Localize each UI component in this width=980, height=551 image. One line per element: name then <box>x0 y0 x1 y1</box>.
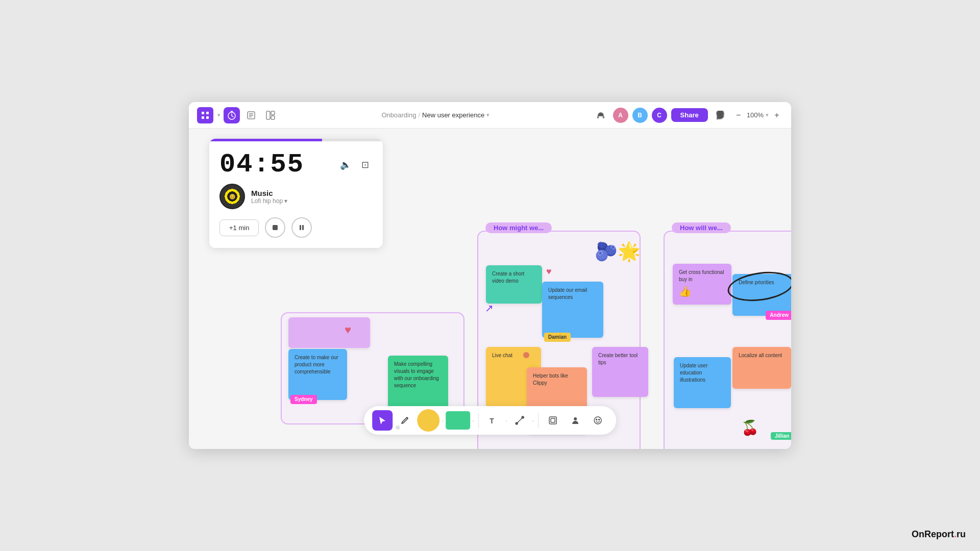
svg-rect-15 <box>273 225 278 230</box>
breadcrumb-dropdown-arrow[interactable]: ▾ <box>486 112 489 118</box>
breadcrumb-part2[interactable]: New user experience <box>422 111 484 119</box>
sticky-salmon-localize-text: Localize all content <box>739 353 782 358</box>
top-bar: ▾ Onboarding / New user experience ▾ A B… <box>189 102 791 129</box>
zoom-controls: − 100% ▾ + <box>732 109 783 121</box>
svg-text:T: T <box>489 417 494 425</box>
svg-point-23 <box>574 417 577 420</box>
grid-menu-button[interactable] <box>197 107 213 123</box>
frame-tool-button[interactable] <box>543 410 563 431</box>
music-genre[interactable]: Lofi hip hop ▾ <box>251 197 373 205</box>
share-button[interactable]: Share <box>671 108 708 122</box>
avatar-2: B <box>632 108 648 123</box>
text-tool-button[interactable]: T <box>483 410 503 431</box>
main-window: ▾ Onboarding / New user experience ▾ A B… <box>189 102 791 449</box>
music-genre-arrow: ▾ <box>284 197 287 205</box>
timer-stop-button[interactable] <box>265 217 285 238</box>
zoom-dropdown-arrow[interactable]: ▾ <box>766 112 769 118</box>
toolbar-separator-2 <box>538 413 538 428</box>
sticker-blueberries: 🫐🌟 <box>595 241 641 262</box>
sticky-purple-crossfunc[interactable]: Get cross functional buy in 👍 <box>673 264 731 305</box>
zoom-in-button[interactable]: + <box>771 109 783 121</box>
andrew-label: Andrew <box>766 311 791 320</box>
thumbs-up-decoration: 👍 <box>679 284 725 298</box>
person-tool-button[interactable] <box>565 410 585 431</box>
canvas-area[interactable]: 04:55 🔈 ⊡ 😊 Music Lofi hip hop ▾ <box>189 129 791 449</box>
breadcrumb-separator: / <box>418 111 420 119</box>
pen-tool-button[interactable] <box>395 410 415 431</box>
toolbar-dot-sep4: · <box>532 416 534 424</box>
sticky-blue-email-text: Update our email sequences <box>548 287 587 300</box>
sticky-blue-email[interactable]: Update our email sequences Damian <box>542 282 603 338</box>
svg-point-26 <box>598 419 599 420</box>
chat-icon-button[interactable] <box>712 107 728 123</box>
svg-rect-14 <box>602 115 604 118</box>
sticky-blue-priorities[interactable]: Define priorities Andrew <box>732 274 791 316</box>
onreport-watermark: OnReport.ru <box>912 529 966 540</box>
svg-point-19 <box>516 422 518 424</box>
sticky-salmon-localize[interactable]: Localize all content <box>732 347 791 389</box>
svg-rect-21 <box>549 417 556 424</box>
svg-rect-12 <box>271 116 275 119</box>
shape-circle-button[interactable] <box>417 409 439 432</box>
shape-rect-button[interactable] <box>446 411 470 430</box>
group-label-1: How might we... <box>485 222 552 233</box>
svg-rect-5 <box>231 111 233 112</box>
timer-pause-button[interactable] <box>291 217 312 238</box>
sticker-cherries: 🍒 <box>741 419 759 436</box>
timer-icon-button[interactable] <box>224 107 240 123</box>
sticky-purple-tooltips[interactable]: Create better tool tips <box>592 347 648 397</box>
add-minute-button[interactable]: +1 min <box>219 219 259 236</box>
svg-rect-0 <box>202 112 204 114</box>
reactions-tool-button[interactable] <box>587 410 608 431</box>
sticky-purple-crossfunc-text: Get cross functional buy in <box>679 269 724 282</box>
damian-label: Damian <box>544 333 571 342</box>
toolbar-dot-sep2: · <box>472 416 474 424</box>
sticky-teal-video[interactable]: Create a short video demo <box>486 265 542 304</box>
breadcrumb-part1: Onboarding <box>381 111 416 119</box>
music-title: Music <box>251 189 373 197</box>
toolbar-separator-1 <box>478 413 479 428</box>
svg-point-24 <box>594 417 601 424</box>
timer-volume-button[interactable]: 🔈 <box>338 157 353 172</box>
sticky-yellow-chat-text: Live chat <box>492 353 512 358</box>
svg-rect-2 <box>202 116 204 119</box>
svg-rect-1 <box>206 112 209 114</box>
headphone-icon-button[interactable] <box>593 107 609 123</box>
bottom-toolbar: · · T · · <box>364 406 616 435</box>
svg-rect-11 <box>271 111 275 115</box>
timer-expand-button[interactable]: ⊡ <box>357 157 373 172</box>
group-label-2: How will we... <box>672 222 731 233</box>
svg-rect-13 <box>597 115 599 118</box>
connector-tool-button[interactable] <box>509 410 530 431</box>
sticky-purple-tooltips-text: Create better tool tips <box>598 353 638 365</box>
svg-point-25 <box>596 419 597 420</box>
zoom-out-button[interactable]: − <box>732 109 745 121</box>
timer-display: 04:55 <box>219 149 304 180</box>
sticky-blue-education[interactable]: Update user education illustrations <box>674 357 731 408</box>
notes-icon-button[interactable] <box>243 107 259 123</box>
sticky-salmon-bots-text: Helper bots like Clippy <box>533 373 568 386</box>
svg-rect-17 <box>302 225 304 230</box>
sticky-blue-education-text: Update user education illustrations <box>680 363 707 383</box>
cursor-sticker: ↗ <box>485 302 494 314</box>
svg-rect-22 <box>551 418 555 422</box>
orange-dot <box>523 352 529 358</box>
sticky-cyan-product-text: Create to make our product more comprehe… <box>295 355 338 374</box>
toolbar-dot-sep3: · <box>505 416 507 424</box>
layout-icon-button[interactable] <box>262 107 279 123</box>
breadcrumb-area: Onboarding / New user experience ▾ <box>283 111 589 119</box>
sticky-green-visuals-text: Make compelling visuals to engage with o… <box>394 361 439 388</box>
timer-widget: 04:55 🔈 ⊡ 😊 Music Lofi hip hop ▾ <box>209 139 383 248</box>
top-bar-left: ▾ <box>197 107 279 123</box>
svg-point-20 <box>522 416 524 418</box>
toolbar-dot-sep: · <box>442 416 444 424</box>
grid-dropdown-arrow[interactable]: ▾ <box>217 112 220 118</box>
svg-rect-16 <box>300 225 301 230</box>
sticky-cyan-product[interactable]: Create to make our product more comprehe… <box>288 349 347 400</box>
avatar-3: C <box>652 108 667 123</box>
cursor-tool-button[interactable] <box>372 410 393 431</box>
avatar-1: A <box>613 108 628 123</box>
sticky-pink-left[interactable] <box>288 317 370 348</box>
zoom-level: 100% <box>747 111 764 119</box>
sydney-label: Sydney <box>290 395 317 404</box>
